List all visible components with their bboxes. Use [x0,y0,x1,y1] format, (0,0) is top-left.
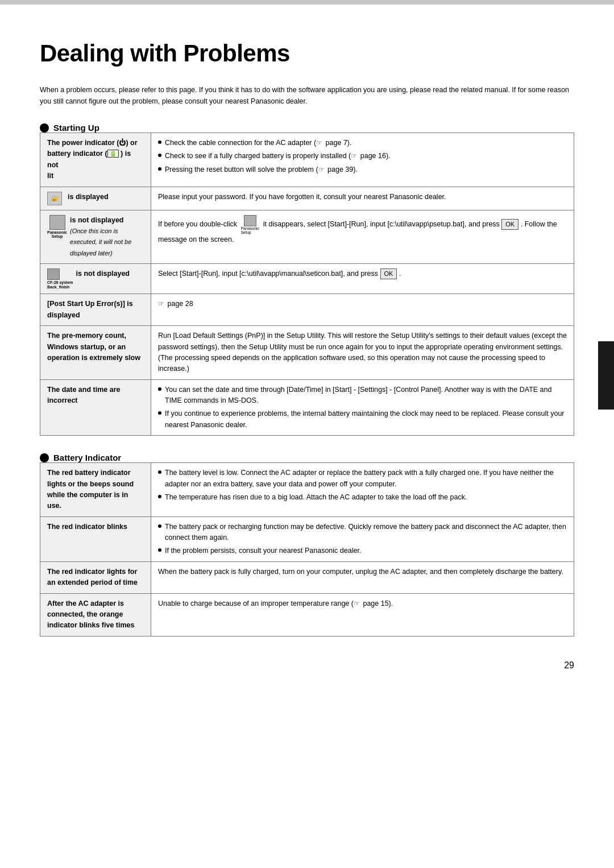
starting-up-header: Starting Up [40,123,574,133]
table-row: The red indicator blinks The battery pac… [40,516,574,561]
bullet-item: You can set the date and time through [D… [158,385,567,407]
cf28-solution-text-end: . [399,270,401,278]
problem-solution: If before you double-click PanasonicSetu… [151,210,574,264]
table-row: After the AC adapter is connected, the o… [40,593,574,636]
bullet-text: The temperature has risen due to a big l… [165,492,567,503]
bullet-dot [158,548,161,552]
bullet-dot [158,140,161,144]
page-number: 29 [564,660,574,671]
section-dot-battery [40,453,49,462]
problem-solution: You can set the date and time through [D… [151,379,574,436]
table-row: The red indicator lights for an extended… [40,561,574,593]
problem-solution: Run [Load Default Settings (PnP)] in the… [151,326,574,380]
problem-label: After the AC adapter is connected, the o… [40,593,151,636]
problem-label: The power indicator (⏻) orbattery indica… [40,133,151,187]
bullet-text: Check the cable connection for the AC ad… [165,138,567,148]
starting-up-section: Starting Up The power indicator (⏻) orba… [40,123,574,436]
bullet-item: Check to see if a fully charged battery … [158,151,567,162]
ok-button: OK [501,219,518,230]
table-row: The date and time are incorrect You can … [40,379,574,436]
bullet-item: Pressing the reset button will solve the… [158,164,567,175]
problem-label: The red indicator blinks [40,516,151,561]
pre-memory-solution-text: Run [Load Default Settings (PnP)] in the… [158,332,567,373]
bullet-text: The battery level is low. Connect the AC… [165,468,567,490]
red-lights-solution-text: When the battery pack is fully charged, … [158,568,563,576]
bullet-dot [158,470,161,474]
post-error-page-text: page 28 [165,300,193,308]
table-row: The power indicator (⏻) orbattery indica… [40,133,574,187]
problem-solution: Unable to charge because of an improper … [151,593,574,636]
problem-solution: When the battery pack is fully charged, … [151,561,574,593]
icon-label-row: 🔐 is displayed [47,192,144,205]
bullet-text: The battery pack or recharging function … [165,522,567,544]
bullet-text: You can set the date and time through [D… [165,385,567,407]
problem-label: The pre-memory count, Windows startup, o… [40,326,151,380]
bullet-item: Check the cable connection for the AC ad… [158,138,567,148]
bullet-dot [158,411,161,415]
problem-label: PanasonicSetup is not displayed (Once th… [40,210,151,264]
table-row: CF-28 systemBack_finish is not displayed… [40,264,574,294]
bullet-text: If you continue to experience problems, … [165,408,567,431]
bullet-text: If the problem persists, consult your ne… [165,545,567,556]
problem-label: The red battery indicator lights or the … [40,463,151,517]
starting-up-label: Starting Up [53,123,99,133]
ok-button-cf28: OK [380,268,397,279]
password-icon: 🔐 [47,192,62,205]
problem-solution: Check the cable connection for the AC ad… [151,133,574,187]
table-row: PanasonicSetup is not displayed (Once th… [40,210,574,264]
battery-table: The red battery indicator lights or the … [40,462,574,636]
table-row: [Post Start Up Error(s)] is displayed pa… [40,294,574,326]
problem-solution: The battery pack or recharging function … [151,516,574,561]
problem-label: The red indicator lights for an extended… [40,561,151,593]
battery-indicator-label: Battery Indicator [53,453,121,462]
bullet-dot [158,387,161,391]
starting-up-table: The power indicator (⏻) orbattery indica… [40,133,574,436]
page-ref [158,300,165,308]
bullet-item: The temperature has risen due to a big l… [158,492,567,503]
problem-solution: page 28 [151,294,574,326]
table-row: 🔐 is displayed Please input your passwor… [40,187,574,210]
bullet-dot [158,154,161,157]
bullet-text: Pressing the reset button will solve the… [165,164,567,175]
problem-solution: The battery level is low. Connect the AC… [151,463,574,517]
setup-solution-text-2: it disappears, select [Start]-[Run], inp… [263,220,502,228]
problem-label: The date and time are incorrect [40,379,151,436]
password-solution-text: Please input your password. If you have … [158,193,446,201]
table-row: The pre-memory count, Windows startup, o… [40,326,574,380]
cf28-solution-text: Select [Start]-[Run], input [c:\util\ava… [158,270,380,278]
battery-indicator-header: Battery Indicator [40,453,574,462]
bullet-text: Check to see if a fully charged battery … [165,151,567,162]
bullet-dot [158,524,161,528]
bullet-dot [158,167,161,171]
bullet-item: The battery pack or recharging function … [158,522,567,544]
problem-solution: Please input your password. If you have … [151,187,574,210]
problem-solution: Select [Start]-[Run], input [c:\util\ava… [151,264,574,294]
intro-paragraph: When a problem occurs, please refer to t… [40,84,574,107]
bullet-item: If the problem persists, consult your ne… [158,545,567,556]
bullet-item: The battery level is low. Connect the AC… [158,468,567,490]
problem-label: [Post Start Up Error(s)] is displayed [40,294,151,326]
setup-solution-text: If before you double-click [158,220,239,228]
problem-label: CF-28 systemBack_finish is not displayed [40,264,151,294]
section-dot-starting-up [40,123,49,133]
icon-is-displayed-label: is displayed [68,192,109,202]
bullet-dot [158,495,161,498]
problem-label: 🔐 is displayed [40,187,151,210]
ac-adapter-solution-text: Unable to charge because of an improper … [158,600,393,607]
bullet-item: If you continue to experience problems, … [158,408,567,431]
battery-indicator-section: Battery Indicator The red battery indica… [40,453,574,636]
table-row: The red battery indicator lights or the … [40,463,574,517]
page-title: Dealing with Problems [40,40,574,67]
